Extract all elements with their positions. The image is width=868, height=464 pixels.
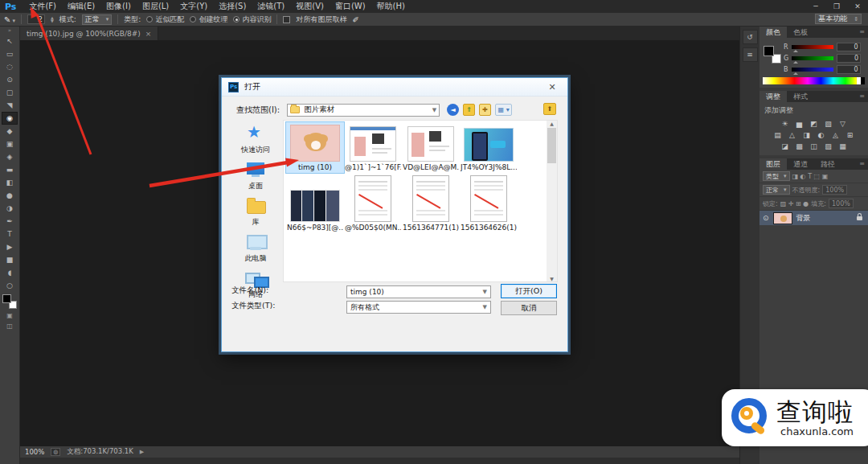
workspace-select[interactable]: 基本功能⇕ [815,14,862,24]
channel-slider-b[interactable] [792,68,833,72]
collapse-tools-icon[interactable]: » [8,27,11,35]
dialog-title-bar[interactable]: Ps 打开 ✕ [222,78,567,96]
radio-create-texture[interactable]: 创建纹理 [190,14,227,25]
history-panel-icon[interactable]: ↺ [743,30,758,44]
adjustment-icon-2-0[interactable]: ◪ [780,141,791,151]
up-folder-icon[interactable]: ⇑ [463,104,475,116]
sample-all-layers-checkbox[interactable] [283,16,290,23]
clone-stamp-tool-icon[interactable]: ▣ [2,138,18,150]
document-tab[interactable]: timg (10).jpg @ 100%(RGB/8#) × [20,27,158,40]
zoom-level[interactable]: 100% [25,448,44,456]
menu-item-3[interactable]: 图层(L) [137,2,174,10]
tab-swatches[interactable]: 色板 [787,27,814,38]
blend-mode-select[interactable]: 正常▾ [763,185,790,195]
channel-value-g[interactable]: 0 [837,54,861,63]
channel-value-b[interactable]: 0 [837,65,861,74]
adjustment-icon-2-2[interactable]: ◫ [809,141,820,151]
menu-item-1[interactable]: 编辑(E) [62,2,100,10]
eyedropper-tool-icon[interactable]: ◥ [2,99,18,112]
radio-proximity-match[interactable]: 近似匹配 [146,14,184,25]
file-item[interactable]: JT4%OY3J%8L... [460,125,518,173]
menu-item-9[interactable]: 帮助(H) [371,2,411,10]
menu-item-0[interactable]: 文件(F) [23,2,62,10]
adjustment-icon-1-3[interactable]: ◐ [816,129,827,140]
place-library[interactable]: 库 [244,196,267,228]
quick-mask-icon[interactable]: ▣ [6,312,13,319]
file-item[interactable]: @1)1`]~1`76[F... [344,124,402,173]
back-icon[interactable]: ◄ [447,104,459,116]
color-ramp[interactable] [763,77,865,84]
pen-tool-icon[interactable]: ✒ [2,215,18,228]
adjustment-icon-2-1[interactable]: ▩ [794,141,805,151]
radio-content-aware[interactable]: 内容识别 [233,14,271,25]
panel-menu-icon[interactable]: ≡ [859,158,868,170]
panel-menu-icon[interactable]: ≡ [859,27,868,38]
dialog-close-icon[interactable]: ✕ [543,82,561,92]
close-button[interactable]: ✕ [847,0,868,13]
color-swatch-pair[interactable] [764,46,781,64]
visibility-eye-icon[interactable]: ⊙ [763,214,769,222]
menu-item-4[interactable]: 文字(Y) [174,2,213,10]
adjustment-icon-0-3[interactable]: ▧ [823,118,834,129]
foreground-color-swatch[interactable] [2,294,11,303]
tab-adjustments[interactable]: 调整 [760,91,787,102]
foreground-background-swatches[interactable] [2,294,17,309]
layer-thumbnail[interactable] [773,212,792,224]
document-close-icon[interactable]: × [145,30,152,38]
opacity-value[interactable]: 100% [822,185,847,195]
adjustment-icon-0-0[interactable]: ☀ [780,118,791,129]
menu-item-5[interactable]: 选择(S) [213,2,252,10]
place-star[interactable]: 快速访问 [241,124,270,155]
tab-paths[interactable]: 路径 [814,158,841,170]
channel-slider-r[interactable] [792,45,833,49]
lock-icons[interactable]: ▨ ✛ ⊞ ● [780,200,809,207]
fill-value[interactable]: 100% [829,199,854,208]
filetype-select[interactable]: 所有格式▼ [346,301,491,314]
hand-tool-icon[interactable]: ◖ [2,266,18,279]
cancel-button[interactable]: 取消 [501,301,557,315]
tab-layers[interactable]: 图层 [760,158,787,170]
status-options-arrow[interactable]: ▶ [140,449,144,455]
spot-healing-brush-tool-icon[interactable]: ◉ [2,112,18,125]
file-item[interactable]: 1561364771(1) [402,173,460,233]
file-item[interactable]: N66$~P83][@... [286,187,344,233]
eraser-tool-icon[interactable]: ▬ [2,163,18,176]
tab-styles[interactable]: 样式 [787,91,814,102]
brush-size-stepper[interactable]: ▲▼ [51,16,54,23]
screen-mode-icon[interactable]: ◫ [6,322,13,330]
folder-up-icon[interactable]: ⬆ [543,103,556,115]
adjustment-icon-0-4[interactable]: ▽ [837,118,849,129]
adjustment-icon-1-0[interactable]: ▤ [772,129,784,140]
tablet-pressure-icon[interactable]: ✐ [352,15,358,24]
brush-tool-icon[interactable]: ◆ [2,125,18,138]
channel-value-r[interactable]: 0 [837,43,861,51]
marquee-tool-icon[interactable]: ▭ [2,47,18,60]
adjustment-icon-1-4[interactable]: ◬ [830,129,841,140]
menu-item-6[interactable]: 滤镜(T) [252,2,290,10]
properties-panel-icon[interactable]: ≡ [743,47,758,62]
file-item[interactable]: timg (10) [286,122,344,173]
history-brush-tool-icon[interactable]: ◈ [2,150,18,163]
gradient-tool-icon[interactable]: ◧ [2,176,18,189]
crop-tool-icon[interactable]: ▢ [2,86,18,99]
menu-item-2[interactable]: 图像(I) [100,2,137,10]
file-item[interactable]: 1561364626(1) [460,173,518,233]
path-selection-tool-icon[interactable]: ▶ [2,240,18,253]
menu-item-7[interactable]: 视图(V) [290,2,330,10]
lasso-tool-icon[interactable]: ◌ [2,60,18,73]
minimize-button[interactable]: ─ [805,0,826,13]
view-menu-icon[interactable]: ▦ ▾ [495,104,512,116]
filename-input[interactable]: timg (10)▼ [346,285,491,298]
scroll-up-icon[interactable]: ▲ [550,121,554,126]
place-computer[interactable]: 此电脑 [244,232,267,264]
file-item[interactable]: @%D05$0(MN... [344,173,402,233]
mode-select[interactable]: 正常▾ [82,14,113,25]
dodge-tool-icon[interactable]: ◑ [2,202,18,215]
restore-button[interactable]: ❐ [826,0,847,13]
blur-tool-icon[interactable]: ● [2,189,18,202]
scrollbar-thumb[interactable] [547,128,556,163]
open-button[interactable]: 打开(O) [501,284,557,298]
scroll-down-icon[interactable]: ▼ [550,276,554,281]
quick-selection-tool-icon[interactable]: ⊙ [2,73,18,86]
adjustment-icon-1-1[interactable]: △ [787,129,798,140]
